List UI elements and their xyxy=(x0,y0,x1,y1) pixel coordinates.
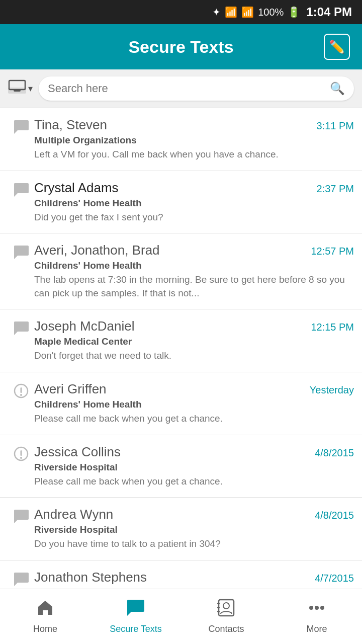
message-item[interactable]: Tina, Steven 3:11 PM Multiple Organizati… xyxy=(0,108,362,171)
app-header: Secure Texts ✏️ xyxy=(0,24,362,69)
search-bar-container: ▾ 🔍 xyxy=(0,69,362,108)
message-content: Jonathon Stephens 4/7/2015 xyxy=(34,570,354,587)
contact-name: Crystal Adams xyxy=(34,180,311,196)
contact-name: Averi Griffen xyxy=(34,381,304,397)
message-content: Crystal Adams 2:37 PM Childrens' Home He… xyxy=(34,180,354,224)
signal-icon: 📶 xyxy=(241,6,254,18)
message-item[interactable]: Averi, Jonathon, Brad 12:57 PM Childrens… xyxy=(0,233,362,309)
message-item[interactable]: Andrea Wynn 4/8/2015 Riverside Hospital … xyxy=(0,498,362,560)
message-time: 3:11 PM xyxy=(317,120,354,132)
battery-icon: 🔋 xyxy=(288,6,300,18)
nav-item-contacts[interactable]: Contacts xyxy=(181,589,272,644)
page-title: Secure Texts xyxy=(38,37,324,57)
message-time: 4/8/2015 xyxy=(315,447,354,459)
svg-rect-2 xyxy=(14,90,21,92)
message-content: Averi Griffen Yesterday Childrens' Home … xyxy=(34,381,354,426)
nav-item-secure-texts[interactable]: Secure Texts xyxy=(90,589,181,644)
contact-name: Joseph McDaniel xyxy=(34,318,305,334)
message-avatar xyxy=(8,381,34,399)
message-preview: Did you get the fax I sent you? xyxy=(34,211,354,224)
message-content: Andrea Wynn 4/8/2015 Riverside Hospital … xyxy=(34,507,354,551)
message-list: Tina, Steven 3:11 PM Multiple Organizati… xyxy=(0,108,362,596)
message-content: Joseph McDaniel 12:15 PM Maple Medical C… xyxy=(34,318,354,363)
message-preview: The lab opens at 7:30 in the morning. Be… xyxy=(34,273,354,300)
nav-item-home[interactable]: Home xyxy=(0,589,90,644)
message-content: Jessica Collins 4/8/2015 Riverside Hospi… xyxy=(34,444,354,489)
message-preview: Don't forget that we need to talk. xyxy=(34,349,354,363)
message-time: 2:37 PM xyxy=(317,183,354,195)
battery-percent: 100% xyxy=(258,7,284,18)
message-time: 4/7/2015 xyxy=(315,573,354,584)
message-item[interactable]: Averi Griffen Yesterday Childrens' Home … xyxy=(0,372,362,435)
compose-icon: ✏️ xyxy=(329,39,345,55)
message-preview: Please call me back when you get a chanc… xyxy=(34,412,354,426)
message-avatar xyxy=(8,180,34,197)
status-time: 1:04 PM xyxy=(306,5,352,19)
message-time: 4/8/2015 xyxy=(315,510,354,521)
bottom-nav: Home Secure Texts Contacts xyxy=(0,589,362,644)
contact-name: Andrea Wynn xyxy=(34,507,309,522)
contact-name: Averi, Jonathon, Brad xyxy=(34,243,305,258)
message-time: Yesterday xyxy=(310,384,354,396)
nav-label-secure-texts: Secure Texts xyxy=(110,624,162,634)
message-preview: Please call me back when you get a chanc… xyxy=(34,475,354,489)
contacts-icon xyxy=(217,599,236,621)
nav-label-home: Home xyxy=(33,624,57,634)
message-item[interactable]: Jessica Collins 4/8/2015 Riverside Hospi… xyxy=(0,435,362,498)
org-name: Childrens' Home Health xyxy=(34,198,354,209)
svg-point-10 xyxy=(223,603,229,609)
svg-point-8 xyxy=(20,457,22,459)
message-avatar xyxy=(8,570,34,587)
compose-button[interactable]: ✏️ xyxy=(324,34,350,60)
org-name: Riverside Hospital xyxy=(34,462,354,473)
nav-label-contacts: Contacts xyxy=(208,624,244,634)
message-time: 12:57 PM xyxy=(311,246,354,257)
org-name: Maple Medical Center xyxy=(34,336,354,347)
svg-rect-7 xyxy=(21,450,22,456)
org-name: Childrens' Home Health xyxy=(34,399,354,410)
search-input[interactable] xyxy=(48,82,330,95)
message-avatar xyxy=(8,444,34,462)
more-icon xyxy=(307,599,326,621)
folder-dropdown-arrow: ▾ xyxy=(28,83,33,94)
message-avatar xyxy=(8,318,34,336)
svg-point-5 xyxy=(20,394,22,396)
secure-texts-icon xyxy=(126,599,145,621)
message-preview: Left a VM for you. Call me back when you… xyxy=(34,148,354,162)
search-icon: 🔍 xyxy=(330,82,345,96)
contact-name: Jonathon Stephens xyxy=(34,570,309,585)
nav-item-more[interactable]: More xyxy=(272,589,362,644)
svg-point-14 xyxy=(309,606,313,610)
bluetooth-icon: ✦ xyxy=(212,6,221,18)
wifi-icon: 📶 xyxy=(225,6,237,18)
message-avatar xyxy=(8,507,34,524)
message-preview: Do you have time to talk to a patient in… xyxy=(34,537,354,551)
message-item[interactable]: Crystal Adams 2:37 PM Childrens' Home He… xyxy=(0,171,362,234)
nav-label-more: More xyxy=(306,624,327,634)
message-avatar xyxy=(8,243,34,260)
folder-filter-button[interactable]: ▾ xyxy=(8,79,33,98)
svg-rect-4 xyxy=(21,387,22,393)
message-content: Averi, Jonathon, Brad 12:57 PM Childrens… xyxy=(34,243,354,300)
contact-name: Tina, Steven xyxy=(34,117,311,133)
svg-point-15 xyxy=(315,606,319,610)
svg-point-16 xyxy=(320,606,324,610)
contact-name: Jessica Collins xyxy=(34,444,309,460)
org-name: Multiple Organizations xyxy=(34,135,354,146)
status-icons: ✦ 📶 📶 100% 🔋 xyxy=(212,6,300,18)
status-bar: ✦ 📶 📶 100% 🔋 1:04 PM xyxy=(0,0,362,24)
svg-rect-11 xyxy=(217,603,220,604)
message-content: Tina, Steven 3:11 PM Multiple Organizati… xyxy=(34,117,354,162)
folder-icon xyxy=(8,79,26,98)
org-name: Childrens' Home Health xyxy=(34,260,354,271)
message-item[interactable]: Joseph McDaniel 12:15 PM Maple Medical C… xyxy=(0,309,362,372)
svg-rect-12 xyxy=(217,607,220,608)
message-avatar xyxy=(8,117,34,134)
svg-rect-13 xyxy=(217,611,220,612)
org-name: Riverside Hospital xyxy=(34,524,354,535)
search-input-wrap[interactable]: 🔍 xyxy=(39,76,354,101)
home-icon xyxy=(36,599,54,621)
message-time: 12:15 PM xyxy=(311,321,354,333)
